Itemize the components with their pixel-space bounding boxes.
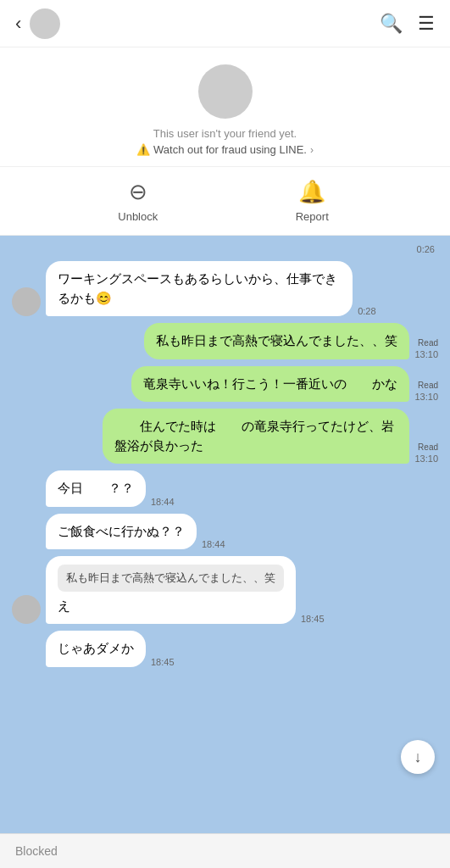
msg-meta: Read 13:10 — [414, 381, 438, 402]
user-avatar-large — [198, 64, 253, 119]
message-bubble: 住んでた時は の竜泉寺行ってたけど、岩盤浴が良かった — [103, 409, 409, 464]
report-icon: 🔔 — [298, 179, 325, 205]
quote-box: 私も昨日まで高熱で寝込んでました、、笑 — [58, 565, 284, 592]
chat-area: 0:26 ワーキングスペースもあるらしいから、仕事できるかも😊 0:28 Rea… — [0, 236, 450, 833]
read-label: Read — [418, 442, 438, 452]
menu-icon[interactable]: ☰ — [418, 13, 435, 35]
scroll-down-button[interactable]: ↓ — [401, 740, 435, 774]
message-text: 私も昨日まで高熱で寝込んでました、、笑 — [156, 333, 397, 348]
msg-meta: 18:45 — [151, 657, 175, 667]
timestamp: 13:10 — [414, 453, 438, 464]
table-row: Read 13:10 住んでた時は の竜泉寺行ってたけど、岩盤浴が良かった — [12, 409, 438, 464]
avatar — [12, 595, 41, 624]
unblock-icon: ⊖ — [129, 179, 147, 205]
back-button[interactable]: ‹ — [15, 13, 21, 35]
table-row: ご飯食べに行かぬ？？ 18:44 — [12, 514, 438, 550]
timestamp: 0:28 — [358, 306, 375, 316]
timestamp: 18:45 — [301, 614, 325, 624]
table-row: ワーキングスペースもあるらしいから、仕事できるかも😊 0:28 — [12, 261, 438, 316]
table-row: Read 13:10 竜泉寺いいね！行こう！一番近いの かな — [12, 366, 438, 403]
message-text: じゃあダメか — [58, 641, 134, 655]
action-buttons: ⊖ Unblock 🔔 Report — [0, 167, 450, 236]
unblock-button[interactable]: ⊖ Unblock — [104, 179, 172, 223]
header: ‹ 🔍 ☰ — [0, 0, 450, 47]
header-icons: 🔍 ☰ — [380, 13, 435, 35]
message-text: え — [58, 598, 70, 613]
fraud-warning[interactable]: ⚠️ Watch out for fraud using LINE. › — [136, 143, 314, 156]
msg-meta: 18:44 — [151, 497, 175, 507]
message-bubble: ご飯食べに行かぬ？？ — [46, 514, 197, 550]
unblock-label: Unblock — [118, 210, 158, 223]
msg-meta: Read 13:10 — [414, 442, 438, 464]
message-bubble: 竜泉寺いいね！行こう！一番近いの かな — [131, 366, 409, 403]
timestamp: 18:45 — [151, 657, 175, 667]
timestamp: 18:44 — [202, 539, 225, 549]
msg-meta: 0:28 — [358, 306, 375, 316]
table-row: じゃあダメか 18:45 — [12, 631, 438, 667]
avatar — [12, 287, 41, 316]
read-label: Read — [418, 381, 438, 390]
table-row: 今日 ？？ 18:44 — [12, 470, 438, 507]
fraud-warning-text: Watch out for fraud using LINE. — [153, 143, 307, 156]
table-row: 私も昨日まで高熱で寝込んでました、、笑 え 18:45 — [12, 556, 438, 624]
warning-icon: ⚠️ — [136, 143, 150, 156]
table-row: Read 13:10 私も昨日まで高熱で寝込んでました、、笑 — [12, 323, 438, 359]
blocked-label: Blocked — [15, 844, 58, 858]
message-bubble: 私も昨日まで高熱で寝込んでました、、笑 — [144, 323, 409, 359]
message-text: 住んでた時は の竜泉寺行ってたけど、岩盤浴が良かった — [114, 419, 394, 453]
time-divider: 0:26 — [12, 244, 438, 254]
message-text: ご飯食べに行かぬ？？ — [58, 524, 185, 538]
timestamp: 13:10 — [414, 349, 438, 359]
read-label: Read — [418, 338, 438, 348]
avatar — [30, 8, 60, 39]
report-button[interactable]: 🔔 Report — [278, 179, 346, 223]
message-bubble: 今日 ？？ — [46, 470, 146, 507]
message-bubble: じゃあダメか — [46, 631, 146, 667]
report-label: Report — [296, 210, 329, 223]
message-text: 竜泉寺いいね！行こう！一番近いの かな — [143, 376, 397, 391]
blocked-bar: Blocked — [0, 833, 450, 868]
message-text: ワーキングスペースもあるらしいから、仕事できるかも😊 — [58, 271, 337, 305]
message-bubble: ワーキングスペースもあるらしいから、仕事できるかも😊 — [46, 261, 353, 316]
message-text: 今日 ？？ — [58, 481, 134, 495]
msg-meta: 18:44 — [202, 539, 225, 549]
friend-notice: This user isn't your friend yet. — [153, 127, 297, 140]
message-bubble: 私も昨日まで高熱で寝込んでました、、笑 え — [46, 556, 296, 624]
timestamp: 18:44 — [151, 497, 175, 507]
msg-meta: Read 13:10 — [414, 338, 438, 359]
timestamp: 13:10 — [414, 392, 438, 402]
search-icon[interactable]: 🔍 — [380, 13, 403, 35]
header-left: ‹ — [15, 8, 60, 39]
fraud-arrow: › — [310, 144, 314, 156]
user-info-section: This user isn't your friend yet. ⚠️ Watc… — [0, 47, 450, 167]
msg-meta: 18:45 — [301, 614, 325, 624]
